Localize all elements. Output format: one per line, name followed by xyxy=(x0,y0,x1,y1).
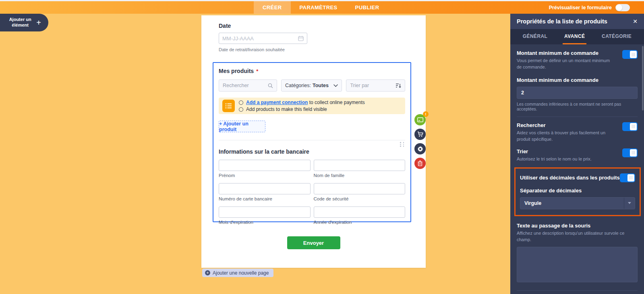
add-element-button[interactable]: Ajouter un élément + xyxy=(0,14,48,31)
tab-creer[interactable]: CRÉER xyxy=(254,1,291,14)
add-new-page-button[interactable]: + Ajouter une nouvelle page xyxy=(202,269,273,277)
date-field[interactable]: Date Date de retrait/livraison souhaitée xyxy=(219,23,408,52)
min-order-toggle-desc: Vous permet de définir un un montant min… xyxy=(517,58,611,71)
card-fields-grid: Prénom Nom de famille Numéro de carte ba… xyxy=(219,160,405,225)
separator-value: Virgule xyxy=(520,198,624,209)
product-list-icon xyxy=(222,100,235,112)
card-field-label: Année d'expiration xyxy=(314,220,406,225)
toggle-knob xyxy=(616,4,622,11)
min-order-toggle[interactable] xyxy=(622,50,638,59)
min-order-helper: Les commandes inférieures à ce montant n… xyxy=(517,102,638,111)
add-element-label: Ajouter un élément xyxy=(7,17,33,28)
calendar-icon[interactable] xyxy=(298,35,304,41)
gear-icon xyxy=(417,146,423,152)
date-helper-text: Date de retrait/livraison souhaitée xyxy=(219,47,408,52)
date-input[interactable] xyxy=(222,35,298,42)
categories-label: Catégories: xyxy=(285,83,311,88)
add-new-page-label: Ajouter une nouvelle page xyxy=(213,270,269,276)
date-label: Date xyxy=(219,23,408,29)
card-cvc-input[interactable] xyxy=(314,183,406,194)
sidebar-tab-general[interactable]: GÉNÉRAL xyxy=(521,29,549,44)
field-divider xyxy=(219,140,405,140)
add-product-button[interactable]: + Ajouter un produit xyxy=(219,121,265,132)
sort-toggle[interactable] xyxy=(622,148,638,157)
card-info-heading: Informations sur la carte bancaire xyxy=(219,148,405,155)
cart-button[interactable] xyxy=(414,129,426,140)
credit-card-icon xyxy=(417,117,423,122)
payment-settings-button[interactable]: ! xyxy=(414,114,426,125)
form-canvas: Date Date de retrait/livraison souhaitée… xyxy=(201,15,426,268)
separator-label: Séparateur de décimales xyxy=(520,188,635,194)
min-order-input-label: Montant minimum de commande xyxy=(517,77,638,83)
sidebar-scrollbar[interactable] xyxy=(642,46,644,111)
search-toggle[interactable] xyxy=(622,122,638,131)
sort-icon xyxy=(396,83,401,88)
required-asterisk: * xyxy=(256,68,258,74)
notice-line1-text: to collect online payments xyxy=(309,100,365,105)
card-first-name-input[interactable] xyxy=(219,160,311,171)
date-input-wrap xyxy=(219,33,307,44)
categories-dropdown[interactable]: Catégories:Toutes xyxy=(281,79,342,92)
radio-icon xyxy=(239,100,243,105)
card-exp-month-input[interactable] xyxy=(219,206,311,218)
add-payment-connection-link[interactable]: Add a payment connection xyxy=(246,100,308,105)
decimals-toggle[interactable] xyxy=(620,173,635,182)
card-field-label: Mois d'expiration xyxy=(219,220,311,225)
sort-toggle-title: Trier xyxy=(517,148,592,154)
card-field-label: Nom de famille xyxy=(314,173,406,178)
search-toggle-desc: Aidez vos clients à trouver plus facilem… xyxy=(517,130,611,143)
field-action-toolbar: ! xyxy=(414,114,429,172)
notice-line2-text: Add products to make this field visible xyxy=(246,106,327,112)
sort-dropdown[interactable]: Trier par xyxy=(346,79,405,92)
product-search-box xyxy=(219,79,277,92)
submit-button[interactable]: Envoyer xyxy=(287,236,340,249)
product-search-input[interactable] xyxy=(223,83,268,88)
highlighted-decimals-section: Utiliser des décimales dans les produits… xyxy=(514,167,641,216)
search-icon xyxy=(268,83,273,88)
decimals-toggle-title: Utiliser des décimales dans les produits xyxy=(520,175,620,181)
close-icon[interactable]: ✕ xyxy=(633,18,638,25)
separator-dropdown[interactable]: Virgule xyxy=(520,197,635,209)
alert-badge: ! xyxy=(423,111,429,117)
sidebar-title: Propriétés de la liste de produits xyxy=(517,18,607,25)
search-toggle-title: Rechercher xyxy=(517,122,611,128)
sidebar-tab-categorie[interactable]: CATÉGORIE xyxy=(600,29,633,44)
field-settings-button[interactable] xyxy=(414,143,426,154)
sort-toggle-desc: Autorisez le tri selon le nom ou le prix… xyxy=(517,156,592,163)
card-field-label: Prénom xyxy=(219,173,311,178)
card-field-label: Numéro de carte bancaire xyxy=(219,196,311,201)
plus-circle-icon: + xyxy=(205,270,210,275)
card-number-input[interactable] xyxy=(219,183,311,194)
min-order-toggle-title: Montant minimum de commande xyxy=(517,50,611,56)
hover-text-textarea[interactable] xyxy=(517,247,638,282)
caret-down-icon xyxy=(628,202,631,204)
tab-parametres[interactable]: PARAMÈTRES xyxy=(291,1,346,14)
trash-icon xyxy=(418,161,422,166)
properties-sidebar: Propriétés de la liste de produits ✕ GÉN… xyxy=(510,14,644,294)
chevron-down-icon xyxy=(333,84,338,87)
tab-publier[interactable]: PUBLIER xyxy=(346,1,388,14)
payment-notice: Add a payment connection to collect onli… xyxy=(219,98,405,114)
card-field-label: Code de sécurité xyxy=(314,196,406,201)
app-topbar: CRÉER PARAMÈTRES PUBLIER Prévisualiser l… xyxy=(0,1,644,14)
products-label: Mes produits xyxy=(219,68,254,74)
cart-icon xyxy=(417,131,423,137)
card-last-name-input[interactable] xyxy=(314,160,406,171)
delete-field-button[interactable] xyxy=(414,158,426,169)
drag-handle-icon[interactable] xyxy=(400,142,405,147)
main-nav-tabs: CRÉER PARAMÈTRES PUBLIER xyxy=(254,1,388,14)
hover-text-title: Texte au passage de la souris xyxy=(517,223,638,229)
min-order-input[interactable] xyxy=(517,87,638,99)
product-list-field[interactable]: Mes produits * Catégories:Toutes Trier p… xyxy=(213,62,411,222)
card-exp-year-input[interactable] xyxy=(314,206,406,218)
dropdown-caret-button[interactable] xyxy=(624,198,635,209)
plus-icon: + xyxy=(36,19,41,27)
sidebar-tab-avance[interactable]: AVANCÉ xyxy=(563,29,586,44)
sort-placeholder: Trier par xyxy=(350,83,369,88)
categories-value: Toutes xyxy=(313,83,329,88)
preview-form-toggle[interactable] xyxy=(615,4,630,11)
hover-text-desc: Affichez une description lorsqu'un utili… xyxy=(517,230,638,243)
radio-icon xyxy=(239,107,243,112)
preview-form-label: Prévisualiser le formulaire xyxy=(549,5,612,10)
